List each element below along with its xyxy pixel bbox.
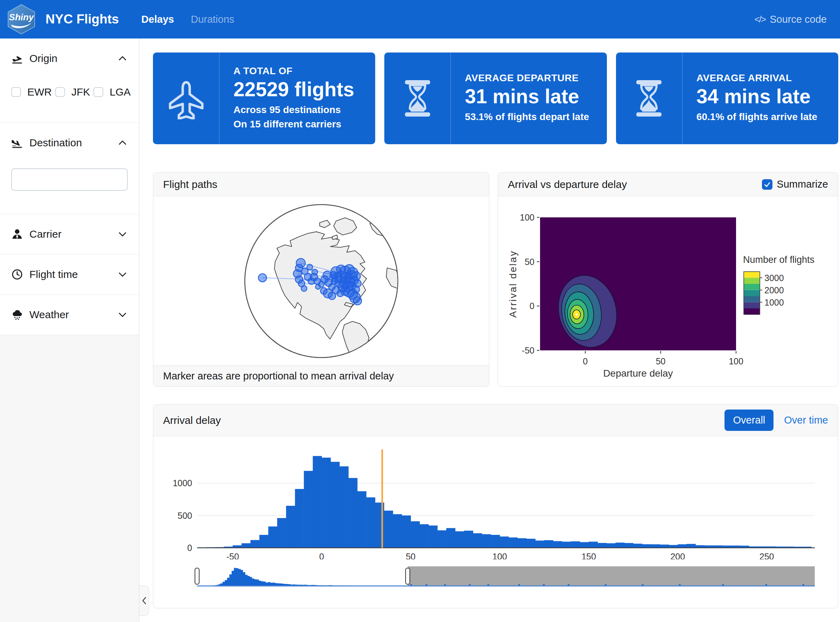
chevron-up-icon xyxy=(117,53,128,64)
accordion-weather-header[interactable]: Weather xyxy=(11,309,128,321)
value-box-avg-arrival: AVERAGE ARRIVAL 34 mins late 60.1% of fl… xyxy=(616,52,838,144)
svg-text:3000: 3000 xyxy=(764,273,784,283)
svg-text:100: 100 xyxy=(729,356,743,366)
over-time-button[interactable]: Over time xyxy=(784,415,828,426)
overall-button[interactable]: Overall xyxy=(724,410,773,431)
accordion-origin: Origin EWR JFK LGA xyxy=(0,38,139,123)
plane-arrival-icon xyxy=(11,137,23,149)
shiny-logo: Shiny xyxy=(7,3,36,35)
filter-sidebar: Origin EWR JFK LGA Des xyxy=(0,38,139,622)
accordion-carrier-header[interactable]: Carrier xyxy=(11,228,128,240)
arrival-delay-histogram[interactable]: 05001000-50050100150200250 xyxy=(164,444,828,559)
accordion-weather: Weather xyxy=(0,295,139,335)
value-box-avg-departure: AVERAGE DEPARTURE 31 mins late 53.1% of … xyxy=(384,52,607,144)
chevron-up-icon xyxy=(117,137,128,148)
svg-text:50: 50 xyxy=(656,356,666,366)
accordion-origin-header[interactable]: Origin xyxy=(11,52,128,64)
svg-text:0: 0 xyxy=(319,552,324,559)
checkbox-ewr-label: EWR xyxy=(27,86,52,98)
sidebar-filler xyxy=(0,335,139,622)
arrival-delay-range-slider[interactable] xyxy=(164,566,828,593)
value-box-title: AVERAGE DEPARTURE xyxy=(465,72,589,84)
checkbox-lga[interactable] xyxy=(93,87,103,97)
summarize-checkbox[interactable]: Summarize xyxy=(762,178,828,190)
contour-plot[interactable]: -50050100050100Departure delayArrival de… xyxy=(498,197,829,386)
accordion-flight-time: Flight time xyxy=(0,255,139,295)
flight-paths-title: Flight paths xyxy=(163,178,217,191)
svg-text:100: 100 xyxy=(520,212,534,222)
collapse-chevron-left-icon xyxy=(140,596,148,605)
svg-text:Number of flights: Number of flights xyxy=(743,255,814,265)
svg-text:0: 0 xyxy=(529,301,534,311)
svg-text:50: 50 xyxy=(524,257,534,267)
chevron-down-icon xyxy=(117,229,128,239)
sidebar-collapse-toggle[interactable] xyxy=(139,585,149,616)
value-box-row: A TOTAL OF 22529 flights Across 95 desti… xyxy=(153,52,838,144)
navbar: Shiny NYC Flights Delays Durations </> S… xyxy=(0,0,840,38)
flight-paths-header: Flight paths xyxy=(153,172,489,197)
svg-text:500: 500 xyxy=(177,511,192,520)
checkbox-jfk[interactable] xyxy=(55,87,65,97)
value-box-subtitle: 53.1% of flights depart late xyxy=(465,110,589,124)
clock-icon xyxy=(11,268,23,281)
accordion-destination: Destination xyxy=(0,123,139,214)
accordion-destination-header[interactable]: Destination xyxy=(11,137,128,149)
svg-text:250: 250 xyxy=(759,552,774,559)
svg-text:-50: -50 xyxy=(522,346,534,355)
flight-time-label: Flight time xyxy=(29,268,78,281)
summarize-label: Summarize xyxy=(777,178,828,190)
flight-paths-footer: Marker areas are proportional to mean ar… xyxy=(153,366,489,386)
chevron-down-icon xyxy=(117,269,128,280)
plane-icon xyxy=(153,52,220,144)
middle-cards-row: Flight paths Marker areas are proportion… xyxy=(153,172,838,387)
value-box-value: 31 mins late xyxy=(465,85,589,108)
hourglass-icon xyxy=(616,52,683,144)
source-code-label: Source code xyxy=(770,14,827,25)
value-box-subtitle: Across 95 destinations xyxy=(233,103,354,117)
svg-text:Shiny: Shiny xyxy=(9,12,34,22)
svg-text:0: 0 xyxy=(583,356,588,366)
svg-text:-50: -50 xyxy=(226,552,239,559)
value-box-title: A TOTAL OF xyxy=(233,66,354,77)
hourglass-icon xyxy=(384,52,451,144)
value-box-total-flights: A TOTAL OF 22529 flights Across 95 desti… xyxy=(153,52,375,144)
origin-checkbox-group: EWR JFK LGA xyxy=(11,86,128,98)
code-icon: </> xyxy=(755,14,766,25)
arrival-delay-header: Arrival delay Overall Over time xyxy=(153,405,838,436)
svg-text:1000: 1000 xyxy=(172,478,192,488)
checkbox-jfk-label: JFK xyxy=(72,86,90,98)
user-tie-icon xyxy=(11,228,23,240)
svg-text:0: 0 xyxy=(187,543,192,553)
svg-text:2000: 2000 xyxy=(764,285,784,295)
slider-handle-left[interactable] xyxy=(195,568,199,584)
destination-input[interactable] xyxy=(11,168,128,191)
arrival-delay-card: Arrival delay Overall Over time 05001000… xyxy=(153,404,838,608)
flight-paths-footnote: Marker areas are proportional to mean ar… xyxy=(163,370,394,382)
svg-text:Arrival delay: Arrival delay xyxy=(508,250,518,317)
app-title: NYC Flights xyxy=(46,12,119,27)
checkbox-checked-icon xyxy=(762,179,773,190)
value-box-subtitle: 60.1% of flights arrive late xyxy=(697,110,817,124)
flight-paths-globe[interactable] xyxy=(239,199,404,363)
svg-text:150: 150 xyxy=(581,552,596,559)
carrier-label: Carrier xyxy=(29,228,62,240)
svg-text:200: 200 xyxy=(670,552,685,559)
svg-text:Departure delay: Departure delay xyxy=(603,368,673,379)
destination-label: Destination xyxy=(29,137,82,149)
value-box-value: 22529 flights xyxy=(233,78,354,101)
slider-handle-right[interactable] xyxy=(406,568,410,584)
tab-durations[interactable]: Durations xyxy=(191,14,234,25)
tab-delays[interactable]: Delays xyxy=(142,14,174,25)
value-box-value: 34 mins late xyxy=(697,85,817,108)
checkbox-ewr[interactable] xyxy=(11,87,21,97)
scatter-title: Arrival vs departure delay xyxy=(508,178,627,191)
svg-text:100: 100 xyxy=(492,552,507,559)
svg-text:50: 50 xyxy=(406,552,415,559)
plane-departure-icon xyxy=(11,52,23,64)
weather-label: Weather xyxy=(29,309,69,321)
checkbox-lga-label: LGA xyxy=(110,86,131,98)
cloud-rain-icon xyxy=(11,309,23,321)
scatter-card: Arrival vs departure delay Summarize -50… xyxy=(498,172,838,387)
source-code-link[interactable]: </> Source code xyxy=(755,14,827,25)
accordion-flight-time-header[interactable]: Flight time xyxy=(11,268,128,281)
